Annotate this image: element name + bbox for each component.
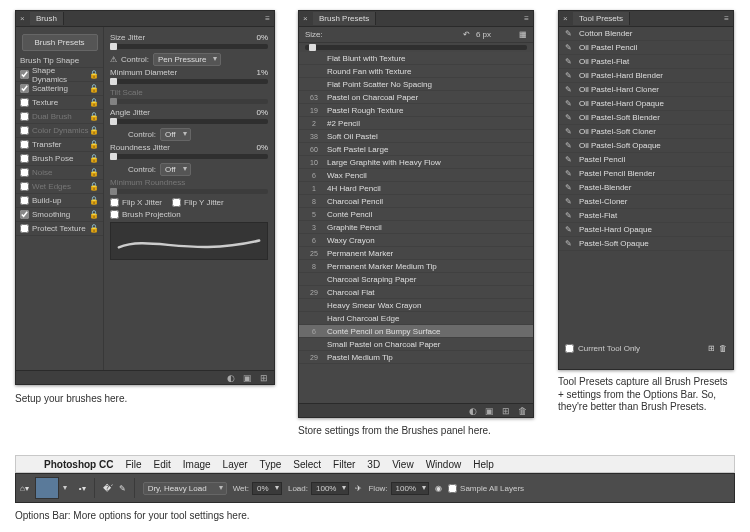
tool-preset-item[interactable]: ✎Oil Pastel-Soft Opaque: [559, 139, 733, 153]
close-icon[interactable]: ×: [303, 14, 313, 23]
brush-preset-item[interactable]: 6Wax Pencil: [299, 169, 533, 182]
new-doc-icon[interactable]: ▣: [243, 373, 252, 383]
brush-picker-icon[interactable]: •▾: [79, 484, 86, 493]
brush-group-wet-edges[interactable]: Wet Edges🔒: [16, 180, 103, 194]
roundness-jitter-value[interactable]: 0%: [256, 143, 268, 152]
lock-icon[interactable]: 🔒: [89, 98, 99, 107]
brush-presets-button[interactable]: Brush Presets: [22, 34, 98, 51]
menu-file[interactable]: File: [119, 459, 147, 470]
brush-preset-item[interactable]: Small Pastel on Charcoal Paper: [299, 338, 533, 351]
brush-group-color-dynamics[interactable]: Color Dynamics🔒: [16, 124, 103, 138]
lock-icon[interactable]: 🔒: [89, 210, 99, 219]
tool-preset-item[interactable]: ✎Oil Pastel Pencil: [559, 41, 733, 55]
control-pen-pressure-dropdown[interactable]: Pen Pressure: [153, 53, 221, 66]
tool-preset-item[interactable]: ✎Oil Pastel-Soft Cloner: [559, 125, 733, 139]
current-tool-only-checkbox[interactable]: [565, 344, 574, 353]
lock-icon[interactable]: 🔒: [89, 224, 99, 233]
brush-preset-item[interactable]: 60Soft Pastel Large: [299, 143, 533, 156]
brush-projection-checkbox[interactable]: Brush Projection: [110, 210, 181, 219]
brush-preset-item[interactable]: 3Graphite Pencil: [299, 221, 533, 234]
tool-preset-item[interactable]: ✎Pastel-Blender: [559, 181, 733, 195]
size-value[interactable]: 6 px: [476, 30, 491, 39]
menu-3d[interactable]: 3D: [361, 459, 386, 470]
new-icon[interactable]: ⊞: [260, 373, 268, 383]
tool-preset-item[interactable]: ✎Pastel-Flat: [559, 209, 733, 223]
tool-preset-item[interactable]: ✎Pastel-Soft Opaque: [559, 237, 733, 251]
menu-view[interactable]: View: [386, 459, 420, 470]
airbrush-icon[interactable]: ✈: [355, 484, 362, 493]
brush-preset-item[interactable]: 8Permanent Marker Medium Tip: [299, 260, 533, 273]
brush-preset-item[interactable]: Hard Charcoal Edge: [299, 312, 533, 325]
brush-group-dual-brush[interactable]: Dual Brush🔒: [16, 110, 103, 124]
panel-menu-icon[interactable]: ≡: [724, 14, 729, 23]
menu-layer[interactable]: Layer: [217, 459, 254, 470]
brush-group-scattering[interactable]: Scattering🔒: [16, 82, 103, 96]
menu-type[interactable]: Type: [254, 459, 288, 470]
tool-preset-item[interactable]: ✎Cotton Blender: [559, 27, 733, 41]
tool-preset-item[interactable]: ✎Oil Pastel-Soft Blender: [559, 111, 733, 125]
angle-jitter-value[interactable]: 0%: [256, 108, 268, 117]
brush-preset-item[interactable]: 38Soft Oil Pastel: [299, 130, 533, 143]
lock-icon[interactable]: 🔒: [89, 182, 99, 191]
brush-preset-item[interactable]: Heavy Smear Wax Crayon: [299, 299, 533, 312]
angle-jitter-slider[interactable]: [110, 119, 268, 124]
brush-preset-item[interactable]: Flat Point Scatter No Spacing: [299, 78, 533, 91]
wet-value[interactable]: 0%: [252, 482, 282, 495]
brush-preset-item[interactable]: 6Conté Pencil on Bumpy Surface: [299, 325, 533, 338]
blend-mode-dropdown[interactable]: Dry, Heavy Load: [143, 482, 227, 495]
brush-preset-item[interactable]: Round Fan with Texture: [299, 65, 533, 78]
tool-preset-item[interactable]: ✎Pastel-Cloner: [559, 195, 733, 209]
panel-menu-icon[interactable]: ≡: [524, 14, 529, 23]
trash-icon[interactable]: 🗑: [719, 344, 727, 353]
menu-select[interactable]: Select: [287, 459, 327, 470]
brush-preset-item[interactable]: 10Large Graphite with Heavy Flow: [299, 156, 533, 169]
roundness-jitter-slider[interactable]: [110, 154, 268, 159]
presets-panel-title[interactable]: Brush Presets: [313, 12, 376, 25]
brush-preset-item[interactable]: 6Waxy Crayon: [299, 234, 533, 247]
brush-group-shape-dynamics[interactable]: Shape Dynamics🔒: [16, 68, 103, 82]
lock-icon[interactable]: 🔒: [89, 140, 99, 149]
brush-preset-item[interactable]: 29Charcoal Flat: [299, 286, 533, 299]
angle-control-dropdown[interactable]: Off: [160, 128, 191, 141]
lock-icon[interactable]: 🔒: [89, 154, 99, 163]
size-slider[interactable]: [305, 45, 527, 50]
tool-panel-title[interactable]: Tool Presets: [573, 12, 630, 25]
menu-help[interactable]: Help: [467, 459, 500, 470]
tool-preset-item[interactable]: ✎Oil Pastel-Flat: [559, 55, 733, 69]
toggle-icon[interactable]: ◐: [227, 373, 235, 383]
load-value[interactable]: 100%: [311, 482, 349, 495]
toggle-icon[interactable]: ◐: [469, 406, 477, 416]
brush-preset-item[interactable]: 5Conté Pencil: [299, 208, 533, 221]
brush-preset-item[interactable]: 14H Hard Pencil: [299, 182, 533, 195]
reset-icon[interactable]: ↶: [463, 30, 470, 39]
lock-icon[interactable]: 🔒: [89, 112, 99, 121]
brush-group-protect-texture[interactable]: Protect Texture🔒: [16, 222, 103, 236]
brush-group-smoothing[interactable]: Smoothing🔒: [16, 208, 103, 222]
brush-preset-item[interactable]: Charcoal Scraping Paper: [299, 273, 533, 286]
brush-preset-list[interactable]: Flat Blunt with TextureRound Fan with Te…: [299, 52, 533, 403]
tool-preset-item[interactable]: ✎Oil Pastel-Hard Blender: [559, 69, 733, 83]
menu-image[interactable]: Image: [177, 459, 217, 470]
new-doc-icon[interactable]: ▣: [485, 406, 494, 416]
close-icon[interactable]: ×: [20, 14, 30, 23]
brush-group-texture[interactable]: Texture🔒: [16, 96, 103, 110]
brush-preset-item[interactable]: 29Pastel Medium Tip: [299, 351, 533, 364]
new-icon[interactable]: ⊞: [502, 406, 510, 416]
lock-icon[interactable]: 🔒: [89, 70, 99, 79]
brush-group-build-up[interactable]: Build-up🔒: [16, 194, 103, 208]
lock-icon[interactable]: 🔒: [89, 84, 99, 93]
tool-preset-item[interactable]: ✎Pastel Pencil: [559, 153, 733, 167]
panel-menu-icon[interactable]: ≡: [265, 14, 270, 23]
brush-preset-item[interactable]: 8Charcoal Pencil: [299, 195, 533, 208]
roundness-control-dropdown[interactable]: Off: [160, 163, 191, 176]
new-icon[interactable]: ⊞: [708, 344, 715, 353]
trash-icon[interactable]: 🗑: [518, 406, 527, 416]
tool-preset-item[interactable]: ✎Pastel Pencil Blender: [559, 167, 733, 181]
size-jitter-value[interactable]: 0%: [256, 33, 268, 42]
menu-window[interactable]: Window: [420, 459, 468, 470]
sample-all-layers-checkbox[interactable]: Sample All Layers: [448, 484, 524, 493]
brush-panel-title[interactable]: Brush: [30, 12, 64, 25]
close-icon[interactable]: ×: [563, 14, 573, 23]
app-name[interactable]: Photoshop CC: [38, 459, 119, 470]
brush-preset-item[interactable]: 25Permanent Marker: [299, 247, 533, 260]
